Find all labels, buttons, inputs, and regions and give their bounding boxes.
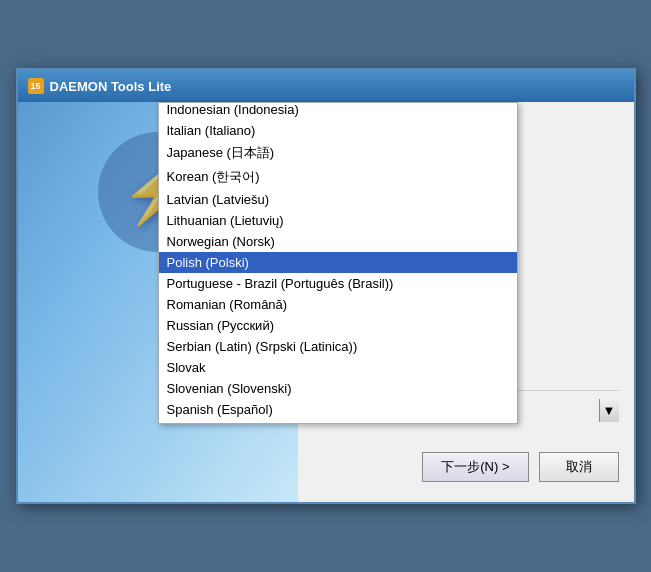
main-window: 15 DAEMON Tools Lite ⚡ 欢迎 4.45 此向导 所需要: … (16, 68, 636, 504)
dropdown-item-19[interactable]: Polish (Polski) (159, 252, 517, 273)
title-bar: 15 DAEMON Tools Lite (18, 70, 634, 102)
next-button[interactable]: 下一步(N) > (422, 452, 528, 482)
dropdown-item-26[interactable]: Spanish (Español) (159, 399, 517, 420)
dropdown-item-22[interactable]: Russian (Русский) (159, 315, 517, 336)
dropdown-item-25[interactable]: Slovenian (Slovenski) (159, 378, 517, 399)
dropdown-item-21[interactable]: Romanian (Română) (159, 294, 517, 315)
dropdown-item-14[interactable]: Japanese (日本語) (159, 141, 517, 165)
right-panel: CzechDanish (Dansk)Dutch (Nederlands)Eng… (298, 102, 634, 502)
dropdown-item-24[interactable]: Slovak (159, 357, 517, 378)
dropdown-item-23[interactable]: Serbian (Latin) (Srpski (Latinica)) (159, 336, 517, 357)
dropdown-item-13[interactable]: Italian (Italiano) (159, 120, 517, 141)
dropdown-item-12[interactable]: Indonesian (Indonesia) (159, 103, 517, 120)
dropdown-item-15[interactable]: Korean (한국어) (159, 165, 517, 189)
select-arrow-icon: ▼ (599, 399, 619, 422)
app-icon: 15 (28, 78, 44, 94)
cancel-button[interactable]: 取消 (539, 452, 619, 482)
language-dropdown-open[interactable]: CzechDanish (Dansk)Dutch (Nederlands)Eng… (158, 102, 518, 424)
dropdown-item-16[interactable]: Latvian (Latviešu) (159, 189, 517, 210)
dropdown-list[interactable]: CzechDanish (Dansk)Dutch (Nederlands)Eng… (159, 103, 517, 423)
dropdown-item-18[interactable]: Norwegian (Norsk) (159, 231, 517, 252)
window-body: ⚡ 欢迎 4.45 此向导 所需要: 单击 CzechDanish (Dansk… (18, 102, 634, 502)
dropdown-item-20[interactable]: Portuguese - Brazil (Português (Brasil)) (159, 273, 517, 294)
window-title: DAEMON Tools Lite (50, 79, 172, 94)
button-row: 下一步(N) > 取消 (313, 442, 619, 487)
dropdown-item-27[interactable]: Swedish (Svenska) (159, 420, 517, 423)
dropdown-item-17[interactable]: Lithuanian (Lietuvių) (159, 210, 517, 231)
